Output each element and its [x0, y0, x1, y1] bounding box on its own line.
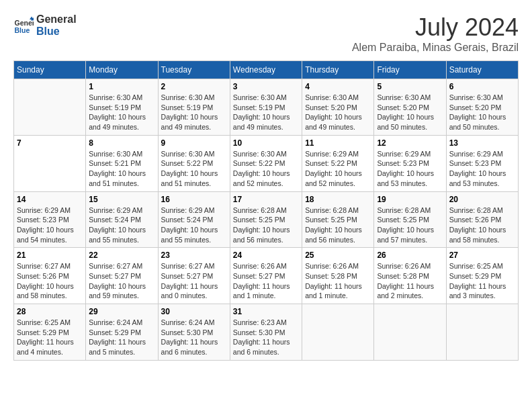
calendar-cell: 15Sunrise: 6:29 AMSunset: 5:24 PMDayligh… [86, 191, 158, 248]
weekday-header-tuesday: Tuesday [158, 61, 230, 79]
calendar-week-row: 1Sunrise: 6:30 AMSunset: 5:19 PMDaylight… [14, 79, 519, 136]
logo-general: General [36, 13, 77, 26]
day-info: Sunrise: 6:26 AMSunset: 5:27 PMDaylight:… [233, 261, 299, 301]
day-info: Sunrise: 6:29 AMSunset: 5:24 PMDaylight:… [89, 205, 154, 245]
day-info: Sunrise: 6:28 AMSunset: 5:25 PMDaylight:… [377, 205, 443, 245]
calendar-cell: 23Sunrise: 6:27 AMSunset: 5:27 PMDayligh… [158, 248, 230, 304]
month-title: July 2024 [352, 13, 519, 42]
calendar-cell: 12Sunrise: 6:29 AMSunset: 5:23 PMDayligh… [374, 135, 446, 191]
day-info: Sunrise: 6:25 AMSunset: 5:29 PMDaylight:… [17, 318, 83, 357]
day-number: 29 [89, 307, 154, 316]
day-number: 4 [305, 82, 371, 91]
weekday-header-saturday: Saturday [446, 61, 518, 79]
calendar-cell: 11Sunrise: 6:29 AMSunset: 5:22 PMDayligh… [302, 135, 374, 191]
day-number: 20 [449, 195, 515, 204]
day-info: Sunrise: 6:27 AMSunset: 5:26 PMDaylight:… [17, 261, 83, 301]
calendar-cell: 26Sunrise: 6:26 AMSunset: 5:28 PMDayligh… [374, 248, 446, 304]
calendar-table: SundayMondayTuesdayWednesdayThursdayFrid… [13, 60, 519, 361]
day-number: 1 [89, 82, 154, 91]
day-number: 18 [305, 195, 371, 204]
day-info: Sunrise: 6:24 AMSunset: 5:30 PMDaylight:… [161, 318, 227, 357]
calendar-cell: 16Sunrise: 6:29 AMSunset: 5:24 PMDayligh… [158, 191, 230, 248]
calendar-cell: 29Sunrise: 6:24 AMSunset: 5:29 PMDayligh… [86, 304, 158, 361]
weekday-header-sunday: Sunday [14, 61, 86, 79]
calendar-cell: 3Sunrise: 6:30 AMSunset: 5:19 PMDaylight… [230, 79, 302, 136]
day-number: 16 [161, 195, 227, 204]
calendar-cell [374, 304, 446, 361]
day-number: 31 [233, 307, 299, 316]
day-number: 7 [17, 138, 83, 148]
day-info: Sunrise: 6:29 AMSunset: 5:23 PMDaylight:… [377, 149, 443, 189]
calendar-cell: 2Sunrise: 6:30 AMSunset: 5:19 PMDaylight… [158, 79, 230, 136]
calendar-cell: 4Sunrise: 6:30 AMSunset: 5:20 PMDaylight… [302, 79, 374, 136]
day-info: Sunrise: 6:26 AMSunset: 5:28 PMDaylight:… [305, 261, 371, 301]
day-info: Sunrise: 6:28 AMSunset: 5:25 PMDaylight:… [305, 205, 371, 245]
calendar-week-row: 21Sunrise: 6:27 AMSunset: 5:26 PMDayligh… [14, 248, 519, 304]
day-info: Sunrise: 6:28 AMSunset: 5:25 PMDaylight:… [233, 205, 299, 245]
day-number: 17 [233, 195, 299, 204]
calendar-cell: 10Sunrise: 6:30 AMSunset: 5:22 PMDayligh… [230, 135, 302, 191]
day-number: 11 [305, 138, 371, 148]
day-info: Sunrise: 6:30 AMSunset: 5:19 PMDaylight:… [233, 93, 299, 132]
calendar-header-row: SundayMondayTuesdayWednesdayThursdayFrid… [14, 61, 519, 79]
day-number: 13 [449, 138, 515, 148]
day-info: Sunrise: 6:30 AMSunset: 5:20 PMDaylight:… [377, 93, 443, 132]
calendar-cell: 13Sunrise: 6:29 AMSunset: 5:23 PMDayligh… [446, 135, 518, 191]
day-number: 22 [89, 250, 154, 260]
calendar-week-row: 78Sunrise: 6:30 AMSunset: 5:21 PMDayligh… [14, 135, 519, 191]
calendar-cell [302, 304, 374, 361]
day-number: 30 [161, 307, 227, 316]
day-number: 27 [449, 250, 515, 260]
day-number: 5 [377, 82, 443, 91]
day-info: Sunrise: 6:27 AMSunset: 5:27 PMDaylight:… [161, 261, 227, 301]
calendar-cell: 1Sunrise: 6:30 AMSunset: 5:19 PMDaylight… [86, 79, 158, 136]
day-info: Sunrise: 6:29 AMSunset: 5:22 PMDaylight:… [305, 149, 371, 189]
day-number: 14 [17, 195, 83, 204]
day-number: 15 [89, 195, 154, 204]
day-number: 24 [233, 250, 299, 260]
day-number: 25 [305, 250, 371, 260]
day-number: 19 [377, 195, 443, 204]
day-info: Sunrise: 6:30 AMSunset: 5:19 PMDaylight:… [89, 93, 154, 132]
day-info: Sunrise: 6:25 AMSunset: 5:29 PMDaylight:… [449, 261, 515, 301]
calendar-cell: 7 [14, 135, 86, 191]
page-header: General Blue General Blue July 2024 Alem… [13, 13, 519, 54]
calendar-cell: 24Sunrise: 6:26 AMSunset: 5:27 PMDayligh… [230, 248, 302, 304]
calendar-cell: 19Sunrise: 6:28 AMSunset: 5:25 PMDayligh… [374, 191, 446, 248]
calendar-cell [446, 304, 518, 361]
day-number: 3 [233, 82, 299, 91]
day-info: Sunrise: 6:29 AMSunset: 5:23 PMDaylight:… [449, 149, 515, 189]
day-number: 2 [161, 82, 227, 91]
title-block: July 2024 Alem Paraiba, Minas Gerais, Br… [352, 13, 519, 54]
logo-icon: General Blue [13, 15, 34, 36]
day-number: 9 [161, 138, 227, 148]
calendar-cell: 27Sunrise: 6:25 AMSunset: 5:29 PMDayligh… [446, 248, 518, 304]
day-number: 12 [377, 138, 443, 148]
weekday-header-wednesday: Wednesday [230, 61, 302, 79]
day-info: Sunrise: 6:30 AMSunset: 5:22 PMDaylight:… [161, 149, 227, 189]
day-number: 21 [17, 250, 83, 260]
day-info: Sunrise: 6:26 AMSunset: 5:28 PMDaylight:… [377, 261, 443, 301]
svg-text:Blue: Blue [15, 26, 30, 34]
day-info: Sunrise: 6:28 AMSunset: 5:26 PMDaylight:… [449, 205, 515, 245]
day-info: Sunrise: 6:24 AMSunset: 5:29 PMDaylight:… [89, 318, 154, 357]
calendar-cell: 22Sunrise: 6:27 AMSunset: 5:27 PMDayligh… [86, 248, 158, 304]
calendar-cell: 20Sunrise: 6:28 AMSunset: 5:26 PMDayligh… [446, 191, 518, 248]
weekday-header-monday: Monday [86, 61, 158, 79]
day-number: 23 [161, 250, 227, 260]
day-info: Sunrise: 6:23 AMSunset: 5:30 PMDaylight:… [233, 318, 299, 357]
day-number: 28 [17, 307, 83, 316]
day-number: 6 [449, 82, 515, 91]
day-info: Sunrise: 6:30 AMSunset: 5:19 PMDaylight:… [161, 93, 227, 132]
weekday-header-friday: Friday [374, 61, 446, 79]
calendar-cell: 30Sunrise: 6:24 AMSunset: 5:30 PMDayligh… [158, 304, 230, 361]
calendar-cell: 18Sunrise: 6:28 AMSunset: 5:25 PMDayligh… [302, 191, 374, 248]
calendar-cell: 31Sunrise: 6:23 AMSunset: 5:30 PMDayligh… [230, 304, 302, 361]
logo-blue: Blue [36, 26, 77, 38]
calendar-cell [14, 79, 86, 136]
calendar-week-row: 28Sunrise: 6:25 AMSunset: 5:29 PMDayligh… [14, 304, 519, 361]
calendar-cell: 17Sunrise: 6:28 AMSunset: 5:25 PMDayligh… [230, 191, 302, 248]
calendar-cell: 25Sunrise: 6:26 AMSunset: 5:28 PMDayligh… [302, 248, 374, 304]
calendar-cell: 14Sunrise: 6:29 AMSunset: 5:23 PMDayligh… [14, 191, 86, 248]
calendar-cell: 9Sunrise: 6:30 AMSunset: 5:22 PMDaylight… [158, 135, 230, 191]
